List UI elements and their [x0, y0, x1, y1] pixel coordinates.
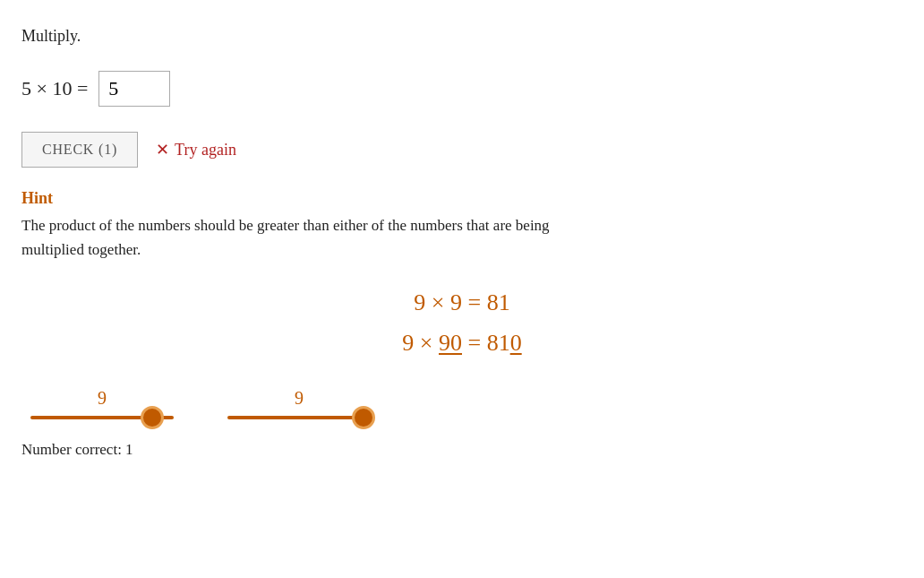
slider-2-thumb[interactable]	[352, 406, 375, 429]
number-correct: Number correct: 1	[21, 441, 903, 459]
x-icon: ✕	[156, 140, 169, 160]
slider-1-track-container	[30, 416, 174, 419]
example-eq-2: 9 × 90 = 810	[21, 324, 903, 363]
underline-0: 0	[510, 330, 522, 356]
equation-row: 5 × 10 =	[21, 71, 903, 107]
slider-group-2: 9	[227, 388, 371, 419]
hint-text: The product of the numbers should be gre…	[21, 213, 595, 262]
check-row: CHECK (1) ✕ Try again	[21, 132, 903, 168]
try-again-container: ✕ Try again	[156, 140, 236, 160]
underline-90: 90	[439, 330, 462, 356]
hint-title: Hint	[21, 189, 903, 208]
try-again-label[interactable]: Try again	[175, 141, 236, 160]
slider-2-label: 9	[295, 388, 304, 409]
slider-1-label: 9	[98, 388, 107, 409]
hint-section: Hint The product of the numbers should b…	[21, 189, 903, 262]
slider-1-thumb[interactable]	[141, 406, 164, 429]
check-button[interactable]: CHECK (1)	[21, 132, 138, 168]
equation-left: 5 × 10 =	[21, 77, 88, 100]
slider-group-1: 9	[30, 388, 174, 419]
instruction-text: Multiply.	[21, 27, 903, 46]
slider-2-track	[227, 416, 371, 419]
slider-2-track-container	[227, 416, 371, 419]
example-equations: 9 × 9 = 81 9 × 90 = 810	[21, 283, 903, 362]
example-eq-1: 9 × 9 = 81	[21, 283, 903, 323]
slider-1-track	[30, 416, 174, 419]
sliders-section: 9 9	[21, 388, 903, 419]
answer-input[interactable]	[98, 71, 170, 107]
